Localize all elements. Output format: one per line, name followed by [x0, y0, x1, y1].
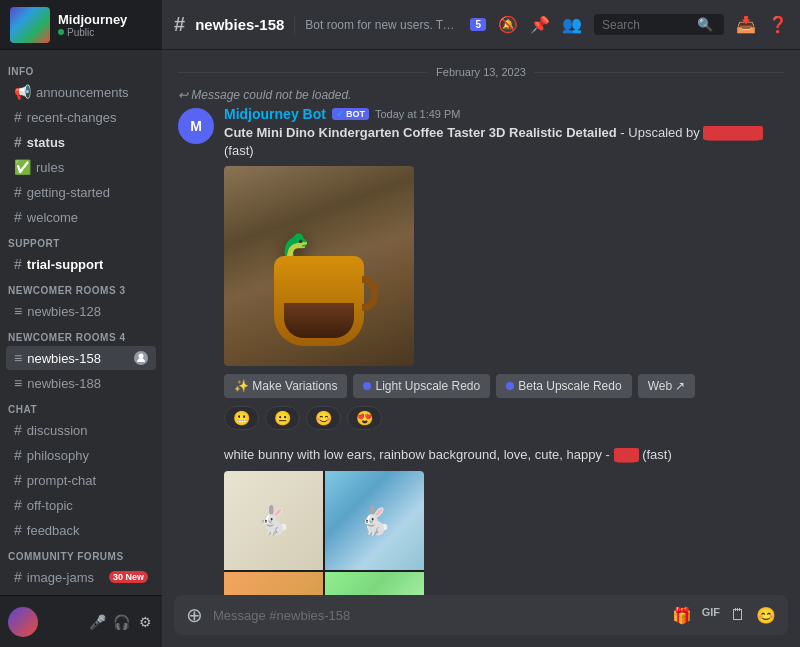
redacted-username: ██████: [703, 126, 762, 140]
make-variations-button[interactable]: ✨ Make Variations: [224, 374, 347, 398]
message-text-dino: Cute Mini Dino Kindergarten Coffee Taste…: [224, 124, 784, 160]
emoji-grimace[interactable]: 😬: [224, 406, 259, 430]
message-timestamp: Today at 1:49 PM: [375, 108, 461, 120]
new-badge: 30 New: [109, 571, 148, 583]
gift-icon[interactable]: 🎁: [672, 606, 692, 625]
pin-icon[interactable]: 📌: [530, 15, 550, 34]
server-header[interactable]: Midjourney Public: [0, 0, 162, 50]
category-newcomer3: NEWCOMER ROOMS 3: [0, 277, 162, 298]
channel-image-jams[interactable]: # image-jams 30 New: [6, 565, 156, 589]
hash-icon: #: [14, 447, 22, 463]
message-input[interactable]: [213, 608, 662, 623]
gif-icon[interactable]: GIF: [702, 606, 720, 625]
channel-philosophy[interactable]: # philosophy: [6, 443, 156, 467]
channel-recent-changes[interactable]: # recent-changes: [6, 105, 156, 129]
channel-newbies-158[interactable]: ≡ newbies-158: [6, 346, 156, 370]
system-message: ↩ Message could not be loaded.: [162, 86, 800, 104]
members-icon[interactable]: 👥: [562, 15, 582, 34]
mic-icon[interactable]: 🎤: [88, 613, 106, 631]
server-name: Midjourney: [58, 12, 127, 27]
bunny-cell-3: 🐇: [224, 572, 323, 595]
message-input-area: ⊕ 🎁 GIF 🗒 😊: [162, 595, 800, 647]
add-attachment-button[interactable]: ⊕: [186, 603, 203, 627]
hash-icon: #: [14, 422, 22, 438]
user-avatar: [8, 607, 38, 637]
hash-icon: #: [14, 209, 22, 225]
header-icons: 5 🔕 📌 👥 🔍 📥 ❓: [470, 14, 788, 35]
web-button[interactable]: Web ↗: [638, 374, 696, 398]
user-panel: 🎤 🎧 ⚙: [0, 595, 162, 647]
hash-icon: #: [14, 472, 22, 488]
announce-icon: 📢: [14, 84, 31, 100]
channel-trial-support[interactable]: # trial-support: [6, 252, 156, 276]
dino-image: 🦕: [224, 166, 414, 366]
hash-icon: #: [14, 109, 22, 125]
channel-feedback[interactable]: # feedback: [6, 518, 156, 542]
channel-prompt-chat[interactable]: # prompt-chat: [6, 468, 156, 492]
settings-icon[interactable]: ⚙: [136, 613, 154, 631]
message-group-bunny: white bunny with low ears, rainbow backg…: [162, 444, 800, 595]
category-newcomer4: NEWCOMER ROOMS 4: [0, 324, 162, 345]
sidebar-scroll: INFO 📢 announcements # recent-changes # …: [0, 50, 162, 595]
emoji-neutral[interactable]: 😐: [265, 406, 300, 430]
message-header: Midjourney Bot ✓ BOT Today at 1:49 PM: [224, 106, 784, 122]
sticker-icon[interactable]: 🗒: [730, 606, 746, 625]
channel-header-name: newbies-158: [195, 16, 284, 33]
search-icon: 🔍: [697, 17, 713, 32]
headphone-icon[interactable]: 🎧: [112, 613, 130, 631]
svg-point-0: [139, 354, 144, 359]
channel-newbies-128[interactable]: ≡ newbies-128: [6, 299, 156, 323]
emoji-smile[interactable]: 😊: [306, 406, 341, 430]
bunny-image-grid: 🐇 🐇 🐇 🐇: [224, 471, 424, 595]
channel-status[interactable]: # status: [6, 130, 156, 154]
bot-name: Midjourney Bot: [224, 106, 326, 122]
message-text-bunny: white bunny with low ears, rainbow backg…: [224, 446, 784, 464]
sidebar: Midjourney Public INFO 📢 announcements #…: [0, 0, 162, 647]
channel-welcome[interactable]: # welcome: [6, 205, 156, 229]
category-community: COMMUNITY FORUMS: [0, 543, 162, 564]
hash-icon: ≡: [14, 350, 22, 366]
hash-icon: #: [14, 184, 22, 200]
search-input[interactable]: [602, 18, 692, 32]
check-icon: ✅: [14, 159, 31, 175]
bot-badge: ✓ BOT: [332, 108, 369, 120]
member-count-badge: 5: [470, 18, 486, 31]
bunny-cell-1: 🐇: [224, 471, 323, 570]
channel-newbies-188[interactable]: ≡ newbies-188: [6, 371, 156, 395]
hash-icon: #: [14, 134, 22, 150]
channel-announcements[interactable]: 📢 announcements: [6, 80, 156, 104]
bot-avatar: M: [178, 108, 214, 144]
messages-area: February 13, 2023 ↩ Message could not be…: [162, 50, 800, 595]
hash-icon: #: [14, 256, 22, 272]
message-content-dino: Midjourney Bot ✓ BOT Today at 1:49 PM Cu…: [224, 106, 784, 438]
header-divider: [294, 15, 295, 35]
channel-hash-icon: #: [174, 13, 185, 36]
status-dot: [58, 29, 64, 35]
server-banner: [10, 7, 50, 43]
search-bar[interactable]: 🔍: [594, 14, 724, 35]
light-upscale-redo-button[interactable]: Light Upscale Redo: [353, 374, 490, 398]
hash-icon: ≡: [14, 375, 22, 391]
message-group-dino: M Midjourney Bot ✓ BOT Today at 1:49 PM …: [162, 104, 800, 440]
user-controls: 🎤 🎧 ⚙: [88, 613, 154, 631]
inbox-icon[interactable]: 📥: [736, 15, 756, 34]
help-icon[interactable]: ❓: [768, 15, 788, 34]
bell-slash-icon[interactable]: 🔕: [498, 15, 518, 34]
channel-description: Bot room for new users. Type /imagine th…: [305, 18, 460, 32]
dino-artwork: 🦕: [224, 166, 414, 366]
hash-icon: #: [14, 569, 22, 585]
date-line-left: [178, 72, 428, 73]
emoji-picker-icon[interactable]: 😊: [756, 606, 776, 625]
beta-upscale-redo-button[interactable]: Beta Upscale Redo: [496, 374, 631, 398]
channel-off-topic[interactable]: # off-topic: [6, 493, 156, 517]
emoji-heart-eyes[interactable]: 😍: [347, 406, 382, 430]
bunny-cell-4: 🐇: [325, 572, 424, 595]
channel-getting-started[interactable]: # getting-started: [6, 180, 156, 204]
channel-discussion[interactable]: # discussion: [6, 418, 156, 442]
message-content-bunny: white bunny with low ears, rainbow backg…: [224, 446, 784, 595]
input-icons: 🎁 GIF 🗒 😊: [672, 606, 776, 625]
channel-header: # newbies-158 Bot room for new users. Ty…: [162, 0, 800, 50]
category-info: INFO: [0, 58, 162, 79]
channel-rules[interactable]: ✅ rules: [6, 155, 156, 179]
dino-action-buttons: ✨ Make Variations Light Upscale Redo Bet…: [224, 374, 784, 398]
